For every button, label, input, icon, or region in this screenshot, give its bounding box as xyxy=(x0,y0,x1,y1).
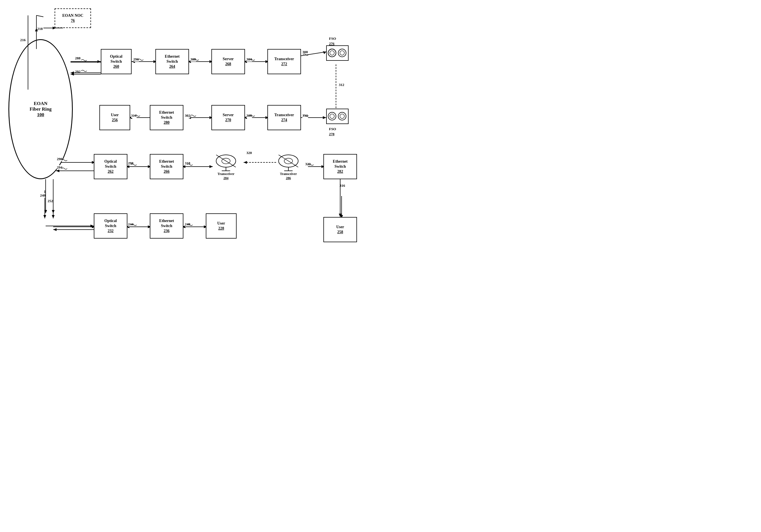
server-268: Server 268 xyxy=(211,49,245,74)
fso-278-svg xyxy=(327,111,347,122)
eoan-noc-box: EOAN NOC 76 xyxy=(55,8,91,28)
ethernet-switch-236: EthernetSwitch 236 xyxy=(150,213,183,239)
fso-276-icon xyxy=(326,45,349,61)
label-308: 308 xyxy=(302,50,308,54)
label-304: 304 xyxy=(246,57,252,62)
svg-point-65 xyxy=(330,51,334,55)
optical-switch-260: OpticalSwitch 260 xyxy=(101,49,132,74)
label-292: 292 xyxy=(75,69,81,74)
svg-marker-44 xyxy=(244,161,247,164)
label-298: 298 xyxy=(128,161,134,165)
svg-point-71 xyxy=(340,114,344,118)
svg-marker-95 xyxy=(90,224,94,227)
label-318: 318 xyxy=(185,161,190,165)
label-322: 322 xyxy=(305,162,311,166)
label-216: 216 xyxy=(20,38,26,42)
label-244: 244 xyxy=(128,222,134,226)
optical-switch-262: OpticalSwitch 262 xyxy=(94,154,127,179)
label-294: 294 xyxy=(57,165,62,170)
transceiver-274: Transceiver 274 xyxy=(267,105,301,130)
svg-rect-64 xyxy=(328,49,336,57)
eoan-fiber-ring: EOANFiber Ring 100 xyxy=(8,39,73,179)
label-320: 320 xyxy=(246,150,252,155)
fso-276-svg xyxy=(327,48,347,59)
fso-276-label: FSO xyxy=(329,36,336,41)
transceiver-286: Transceiver 286 xyxy=(273,152,304,180)
label-306: 306 xyxy=(246,113,252,118)
transceiver-286-svg xyxy=(276,152,301,172)
eoan-ring-number: 100 xyxy=(37,112,44,118)
user-256: User 256 xyxy=(99,105,130,130)
label-300: 300 xyxy=(190,57,196,62)
user-228: User 228 xyxy=(206,213,237,239)
svg-point-67 xyxy=(340,51,344,55)
svg-point-69 xyxy=(330,114,334,118)
label-310: 310 xyxy=(302,113,308,118)
fso-278-number: 278 xyxy=(329,132,334,136)
server-270: Server 270 xyxy=(211,105,245,130)
label-302: 302 xyxy=(185,113,190,118)
ethernet-switch-280: EthernetSwitch 280 xyxy=(150,105,183,130)
user-258: User 258 xyxy=(323,217,357,242)
transceiver-272: Transceiver 272 xyxy=(267,49,301,74)
label-316: 316 xyxy=(340,183,345,188)
eoan-noc-number: 76 xyxy=(71,18,75,23)
fso-278-label: FSO xyxy=(329,127,336,131)
label-296: 296 xyxy=(133,57,139,62)
transceiver-284: Transceiver 284 xyxy=(210,152,241,180)
svg-marker-93 xyxy=(52,210,55,213)
optical-switch-232: OpticalSwitch 232 xyxy=(94,213,127,239)
label-218: 218 xyxy=(37,27,43,31)
label-248: 248 xyxy=(40,193,46,198)
svg-marker-87 xyxy=(339,214,342,217)
label-240: 240 xyxy=(185,222,190,226)
svg-rect-70 xyxy=(338,112,346,120)
svg-marker-7 xyxy=(97,60,101,63)
label-290: 290 xyxy=(57,157,62,161)
label-314: 314 xyxy=(131,113,137,118)
svg-marker-48 xyxy=(43,215,46,218)
svg-marker-97 xyxy=(53,228,57,231)
label-312: 312 xyxy=(339,83,344,87)
svg-rect-68 xyxy=(328,112,336,120)
ethernet-switch-266: EthernetSwitch 266 xyxy=(150,154,183,179)
eoan-noc-label: EOAN NOC xyxy=(62,13,83,18)
svg-line-62 xyxy=(36,15,43,17)
svg-marker-91 xyxy=(44,210,47,213)
fso-278-icon xyxy=(326,109,349,124)
svg-marker-50 xyxy=(52,215,55,218)
svg-marker-20 xyxy=(71,73,74,76)
svg-marker-18 xyxy=(323,51,326,54)
eoan-ring-label: EOANFiber Ring xyxy=(30,101,52,112)
ethernet-switch-282: EthernetSwitch 282 xyxy=(323,154,357,179)
svg-marker-85 xyxy=(71,71,74,74)
ethernet-switch-264: EthernetSwitch 264 xyxy=(155,49,189,74)
svg-rect-66 xyxy=(338,49,346,57)
label-288: 288 xyxy=(75,56,81,60)
diagram: EOAN NOC 76 216 218 EOANFiber Ring 100 2… xyxy=(0,0,380,266)
label-252: 252 xyxy=(48,199,53,203)
svg-marker-32 xyxy=(323,116,326,119)
transceiver-284-svg xyxy=(213,152,239,172)
